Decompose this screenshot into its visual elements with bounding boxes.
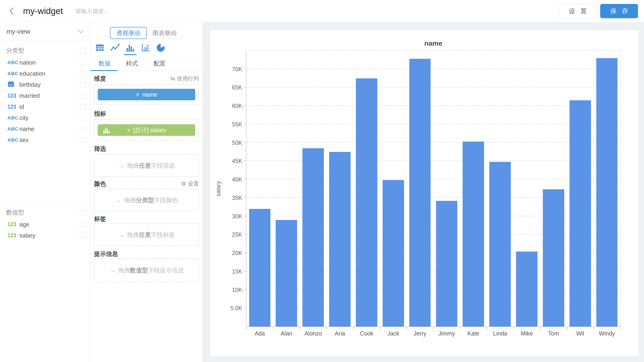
bar-chart-icon[interactable] [124,42,136,53]
categorical-select-all-checkbox[interactable] [80,48,86,54]
field-checkbox-married[interactable] [80,93,86,99]
chevron-down-icon [78,28,84,35]
tab-2[interactable]: 配置 [154,60,166,68]
arrow-right-icon: → [109,266,116,274]
description-input[interactable] [75,8,172,14]
x-tick [273,326,274,330]
bar-Jack[interactable] [382,180,404,326]
line-chart-icon[interactable] [109,42,121,53]
x-tick [594,326,594,330]
header: my-widget 设 置 保 存 [0,0,644,22]
pill-chevron-icon[interactable]: ∨ [127,127,130,133]
bar-Wil[interactable] [570,100,591,326]
scatter-chart-icon[interactable] [140,42,151,53]
table-chart-icon[interactable] [94,42,106,53]
mode-option-1[interactable]: 图表驱动 [146,27,182,39]
field-row-education[interactable]: ABCeducation [0,68,90,79]
bar-Mike[interactable] [516,252,538,326]
x-tick [326,326,327,330]
drive-mode-toggle: 透视驱动图表驱动 [110,27,183,39]
field-row-married[interactable]: 123married [0,90,90,101]
x-tick [487,326,487,330]
color-settings-link[interactable]: ⚙ 设置 [181,180,199,188]
field-row-city[interactable]: ABCcity [0,112,90,123]
field-row-birthday[interactable]: birthday [0,79,90,90]
x-label-Cook: Cook [353,330,380,337]
field-checkbox-city[interactable] [80,115,86,121]
categorical-section-header: 分类型 [0,44,90,56]
field-checkbox-salary[interactable] [80,233,86,238]
x-label-Linda: Linda [487,330,514,337]
mode-option-0[interactable]: 透视驱动 [110,27,147,39]
filter-dropzone[interactable]: → 拖拽任意字段筛选 [94,154,199,177]
field-checkbox-id[interactable] [80,104,86,110]
field-name: id [19,103,80,110]
field-row-age[interactable]: 123age [0,219,90,230]
color-dropzone[interactable]: → 拖拽分类型字段颜色 [94,189,199,212]
bar-Windy[interactable] [596,58,618,326]
pill-chevron-icon[interactable]: ∨ [136,92,140,98]
widget-title: my-widget [23,6,63,16]
x-label-Jack: Jack [380,330,406,337]
y-tick [243,197,246,198]
bar-slot-Cook [353,51,380,326]
y-tick [243,289,246,290]
bar-Jerry[interactable] [409,59,431,326]
tab-1[interactable]: 样式 [126,60,138,68]
bar-slot-Jack [380,51,406,326]
use-rows-cols-link[interactable]: ⇆ 使用行列 [170,75,199,82]
numeric-select-all-checkbox[interactable] [80,210,86,215]
bar-Jimmy[interactable] [436,201,458,326]
label-dropzone[interactable]: → 拖拽任意字段标签 [94,224,199,246]
field-checkbox-sex[interactable] [80,137,86,143]
field-checkbox-age[interactable] [80,222,86,227]
tab-0[interactable]: 数据 [99,60,111,68]
field-name: education [19,70,80,77]
y-tick-label: 55K [232,121,242,128]
pie-chart-icon[interactable] [155,42,166,53]
y-tick [243,216,246,216]
back-button[interactable] [5,4,19,18]
save-button[interactable]: 保 存 [600,4,638,18]
field-checkbox-nation[interactable] [80,60,86,66]
y-axis-title: salary [211,51,225,326]
tooltip-dropzone[interactable]: → 拖拽数值型字段提示信息 [94,258,199,282]
settings-button[interactable]: 设 置 [559,4,597,18]
bar-Tom[interactable] [543,189,564,326]
y-tick-label: 20K [232,250,242,256]
dimension-dropzone[interactable]: ∨ name [94,84,199,105]
bar-slot-Wil [567,51,594,326]
filter-drop-hint: → 拖拽任意字段筛选 [118,162,175,170]
field-name: name [19,126,80,132]
y-tick-label: 70K [232,66,242,72]
bar-Alan[interactable] [276,220,297,326]
metric-dropzone[interactable]: ∨ [总计] salary [94,120,199,141]
bar-Alonzo[interactable] [302,148,324,326]
number-type-icon: 123 [8,221,19,228]
field-row-salary[interactable]: 123salary [0,230,90,241]
field-checkbox-name[interactable] [80,126,86,132]
x-label-Windy: Windy [594,330,620,337]
field-checkbox-education[interactable] [80,71,86,76]
metric-pill-salary[interactable]: ∨ [总计] salary [98,124,195,136]
tooltip-label: 提示信息 [94,250,199,258]
field-row-sex[interactable]: ABCsex [0,134,90,146]
y-tick-label: 60K [232,102,242,109]
bar-slot-Linda [487,51,514,326]
view-selector[interactable]: my-view [0,22,90,41]
dimension-pill-name[interactable]: ∨ name [98,89,195,100]
y-tick [243,252,246,253]
field-row-nation[interactable]: ABCnation [0,57,90,68]
field-checkbox-birthday[interactable] [80,82,86,88]
bar-Kate[interactable] [462,142,484,326]
bar-Cook[interactable] [356,78,377,326]
numeric-field-list: 123age123salary [0,219,90,241]
bar-Ada[interactable] [249,209,270,326]
y-tick-label: 45K [232,158,242,164]
field-row-name[interactable]: ABCname [0,123,90,134]
bar-Aria[interactable] [329,152,350,326]
field-row-id[interactable]: 123id [0,101,90,112]
x-tick [433,326,434,330]
chevron-left-icon [8,7,16,15]
bar-Linda[interactable] [489,162,511,326]
